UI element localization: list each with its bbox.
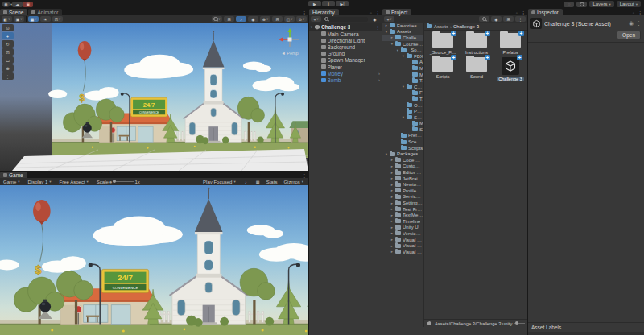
lighting-toggle[interactable]: ☀ [40, 16, 51, 22]
expander-icon[interactable]: ▸ [390, 213, 394, 217]
view-tool-button[interactable]: ⊙ [2, 24, 14, 31]
tab-animator[interactable]: Animator [28, 9, 62, 15]
project-tree-item[interactable]: ▸ Code Coverage [382, 157, 423, 163]
breadcrumb-current[interactable]: Challenge 3 [453, 24, 479, 29]
scene-audio-toggle[interactable]: ♪ [236, 16, 246, 22]
project-tree-item[interactable]: ▾ Sound [382, 114, 423, 121]
project-hidden-icon[interactable]: ⊞ [503, 16, 514, 22]
expander-icon[interactable]: ▸ [390, 225, 394, 230]
scene-camera-dropdown[interactable]: ▣▾ [14, 16, 24, 22]
open-scene-button[interactable]: Open [617, 31, 641, 39]
project-tree-item[interactable]: ▾ Characters [382, 84, 423, 90]
collab-alert-icon[interactable]: ▣ [23, 2, 33, 7]
component-icons-dropdown[interactable]: ◫▾ [284, 16, 295, 22]
grid-item[interactable]: + Sound [460, 55, 493, 81]
hierarchy-item[interactable]: Main Camera [309, 31, 382, 37]
project-favorites-icon[interactable]: ◉ [491, 16, 502, 22]
expander-icon[interactable]: ▸ [390, 183, 394, 187]
scene-options-icon[interactable]: ⋮ [375, 24, 382, 30]
move-tool-button[interactable]: + [2, 32, 14, 39]
stats-button[interactable]: Stats [265, 179, 279, 185]
project-tree-item[interactable]: Obstacles [382, 102, 423, 109]
project-tree-item[interactable]: ▸ Visual Studio Editor [382, 249, 423, 255]
play-button[interactable]: ▶ [308, 1, 321, 6]
project-tree-item[interactable]: Music [382, 121, 423, 127]
scene-gizmo-btn-2[interactable]: ⊟ [272, 16, 283, 22]
cloud-icon[interactable]: ☁ [12, 2, 23, 7]
scene-visibility-toggle[interactable]: ◉ [248, 16, 258, 22]
project-tree-item[interactable]: ▾ _Source_Files [382, 47, 423, 53]
project-tree-item[interactable]: ▾ Course Library [382, 41, 423, 48]
expander-icon[interactable]: ▸ [390, 195, 394, 199]
project-menu-icon[interactable]: ⋮ [519, 10, 527, 15]
project-tree-item[interactable]: Particles [382, 108, 423, 114]
scene-search-icon[interactable]: ▾ [212, 16, 222, 22]
grid-item[interactable]: + Prefabs [493, 31, 527, 55]
hierarchy-item[interactable]: Money › [309, 70, 382, 77]
scene-visibility-icon[interactable]: ◉ [369, 16, 380, 22]
expander-icon[interactable]: ▸ [390, 250, 394, 254]
project-tree-item[interactable]: Scenes [382, 139, 423, 145]
project-tree-item[interactable]: ▸ Custom NUnit [382, 163, 423, 170]
project-tree-item[interactable]: ▾ Assets [382, 29, 423, 35]
step-button[interactable]: ▶| [336, 1, 349, 6]
vsync-icon[interactable]: ▦ [253, 179, 263, 184]
project-tree-item[interactable]: ▸ Visual Studio Code [382, 242, 423, 249]
project-tree-item[interactable]: ▸ JetBrains Rider Editor [382, 176, 423, 182]
game-viewport[interactable] [0, 185, 308, 335]
project-tree-item[interactable]: Textures [382, 77, 423, 84]
project-tree-item[interactable]: ▸ Unity UI [382, 225, 423, 231]
display-dropdown[interactable]: Display 1▾ [25, 179, 55, 185]
project-tree-item[interactable]: ▸ Challenge 3 [382, 35, 423, 41]
rect-tool-button[interactable]: ▭ [2, 56, 14, 64]
expander-icon[interactable]: ▸ [390, 188, 394, 192]
project-tree-item[interactable]: ▸ Version Control [382, 230, 423, 237]
project-tree-item[interactable]: Farm [382, 90, 423, 97]
expander-icon[interactable]: ▾ [401, 85, 406, 89]
game-panel-menu-icon[interactable]: ⋮ [300, 172, 308, 178]
project-tree-item[interactable]: ▸ Services Core [382, 194, 423, 201]
project-tree-item[interactable]: ▸ Test Framework [382, 206, 423, 213]
game-scale-slider[interactable]: Scale ● 1x [97, 180, 140, 184]
expander-icon[interactable]: ▸ [390, 164, 394, 168]
breadcrumb-root[interactable]: Assets [434, 24, 448, 29]
project-tree-item[interactable]: Animations [382, 60, 423, 66]
scene-viewport[interactable]: 24/7 CONVENIENCE [0, 23, 308, 171]
expander-icon[interactable]: ▾ [384, 152, 389, 156]
gizmos-dropdown-scene[interactable]: ⊙▾ [296, 16, 307, 22]
hierarchy-search-input[interactable] [323, 17, 368, 22]
project-tree-item[interactable]: SFX [382, 126, 423, 133]
mute-audio-icon[interactable]: ♪ [241, 179, 251, 184]
expander-icon[interactable]: ▸ [390, 201, 394, 205]
tab-scene[interactable]: Scene [0, 9, 27, 15]
expander-icon[interactable]: ▾ [390, 42, 394, 46]
grid-item[interactable]: + Instructions [460, 31, 493, 55]
expander-icon[interactable]: ▾ [384, 30, 389, 34]
project-tree-item[interactable]: ▾ FBX [382, 53, 423, 60]
panel-menu-icon[interactable]: ⋮ [300, 10, 308, 15]
expander-icon[interactable]: ▾ [401, 54, 406, 58]
project-tree-item[interactable]: Prefabs [382, 133, 423, 139]
tab-inspector[interactable]: Inspector [528, 9, 563, 15]
project-tree-item[interactable]: ▸ TextMeshPro [382, 212, 423, 218]
expander-icon[interactable]: ▸ [390, 231, 394, 235]
inspector-context-icon[interactable]: ⋮ [636, 20, 642, 27]
hierarchy-item[interactable]: Background [309, 43, 382, 50]
expander-icon[interactable]: ▸ [390, 207, 394, 211]
effects-dropdown[interactable]: ⊡▾ [52, 16, 63, 22]
expander-icon[interactable]: ▸ [390, 244, 394, 248]
project-tree-item[interactable]: ▸ Profile Analyzer [382, 188, 423, 194]
scene-gizmo-btn-1[interactable]: ⊕▾ [260, 16, 270, 22]
expander-icon[interactable]: ▸ [390, 238, 394, 242]
inspector-menu-icon[interactable]: ⋮ [636, 10, 644, 15]
scene-2d-toggle[interactable]: ⊞ [224, 16, 234, 22]
expander-icon[interactable]: ▸ [390, 171, 394, 175]
project-tree-item[interactable]: ▸ Timeline [382, 218, 423, 225]
hierarchy-scene-row[interactable]: ▾ Challenge 3 ⋮ [309, 23, 382, 31]
tab-hierarchy[interactable]: Hierarchy [309, 9, 339, 15]
game-view-dropdown[interactable]: Game▾ [0, 179, 23, 185]
hierarchy-add-button[interactable]: +▾ [311, 16, 321, 22]
grid-visibility-toggle[interactable]: ▦▾ [28, 16, 39, 22]
expander-icon[interactable]: ▸ [390, 176, 394, 180]
scene-orientation-gizmo[interactable]: ◄ Persp [276, 27, 303, 60]
